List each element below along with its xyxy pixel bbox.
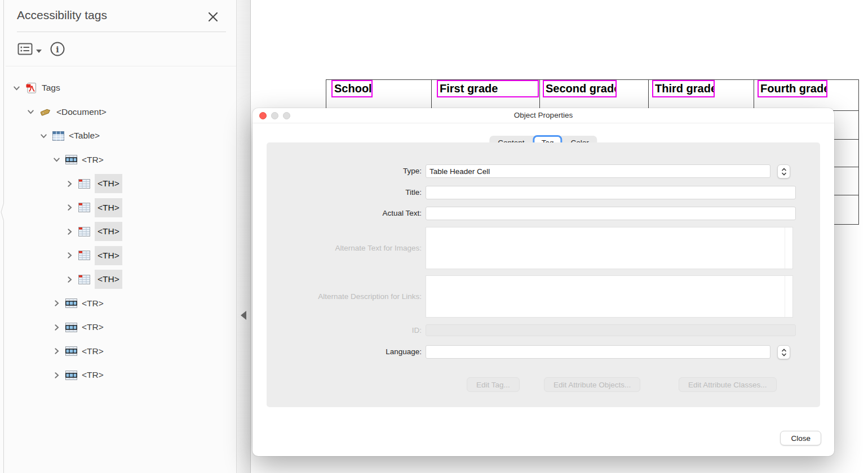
table-header-cell-fourth-grade[interactable]: Fourth grade [758,80,827,97]
tag-options-icon[interactable] [17,42,33,56]
chevron-down-icon[interactable] [39,132,48,140]
toolbar-divider [6,66,236,66]
chevron-right-icon[interactable] [52,347,61,355]
tree-item-table[interactable]: <Table> [0,124,236,148]
tree-item-document[interactable]: <Document> [0,100,236,124]
tree-item-label: <TH> [95,246,122,265]
chevron-down-icon [36,50,42,53]
table-row-icon [65,346,77,356]
tree-item-th[interactable]: <TH> [0,220,236,244]
dialog-titlebar[interactable]: Object Properties [253,108,834,123]
pdf-icon [25,82,37,94]
table-header-cell-first-grade[interactable]: First grade [437,80,539,97]
tree-item-label: <Document> [56,107,107,117]
table-header-cell-school[interactable]: School [331,80,373,97]
collapse-panel-icon[interactable] [241,311,246,320]
language-field[interactable] [426,345,770,359]
tree-item-label: <TH> [95,270,122,289]
edit-attribute-objects-button: Edit Attribute Objects... [544,377,640,392]
alternate-description-links-label: Alternate Description for Links: [267,275,422,318]
chevron-right-icon[interactable] [65,227,74,236]
table-row-icon [65,323,77,332]
alternate-description-links-textarea [426,276,787,319]
tree-item-label: <TR> [82,346,104,356]
table-header-icon [78,179,90,189]
tree-item-tr[interactable]: <TR> [0,148,236,172]
info-icon[interactable]: i [50,41,65,57]
svg-text:i: i [56,45,59,54]
tree-item-label: <TH> [95,222,122,241]
tree-item-label: <TR> [82,322,104,332]
tags-tree: Tags <Document> <Table> [0,76,236,387]
id-label: ID: [267,324,422,336]
tree-item-tags[interactable]: Tags [0,76,236,100]
table-row-icon [65,155,77,164]
tree-item-th[interactable]: <TH> [0,196,236,220]
language-label: Language: [267,345,422,359]
actual-text-field[interactable] [426,207,796,220]
table-header-cell-third-grade[interactable]: Third grade [652,80,715,97]
type-stepper[interactable] [777,164,790,179]
panel-title: Accessibility tags [17,8,107,22]
table-header-icon [78,227,90,236]
tag-properties-group: Type: Title: Actual Text: Alternate Text… [267,142,820,407]
tree-item-label: <TR> [82,370,104,380]
tag-icon [39,106,52,118]
tree-item-tr[interactable]: <TR> [0,363,236,387]
table-header-icon [78,203,90,212]
language-stepper[interactable] [777,345,790,359]
dialog-title: Object Properties [253,111,834,119]
chevron-down-icon[interactable] [12,84,21,92]
chevron-right-icon[interactable] [65,203,74,212]
chevron-right-icon[interactable] [65,275,74,284]
id-field [426,324,796,336]
tree-item-label: <TH> [95,198,122,217]
alternate-text-images-field [426,227,793,269]
table-icon [52,131,64,141]
edit-attribute-classes-button: Edit Attribute Classes... [679,377,777,392]
panel-resize-divider[interactable] [236,0,251,473]
scrollbar-track [785,276,785,317]
tree-item-label: <Table> [69,131,100,141]
tree-item-th[interactable]: <TH> [0,267,236,292]
object-properties-dialog: Object Properties Content Tag Color Type… [253,108,834,456]
accessibility-tags-panel: Accessibility tags i Tags [0,0,236,473]
tree-item-th[interactable]: <TH> [0,244,236,268]
alternate-text-images-textarea [426,227,787,271]
table-row-icon [65,371,77,380]
tree-item-label: <TR> [82,155,104,165]
tree-item-tr[interactable]: <TR> [0,292,236,316]
chevron-down-icon[interactable] [26,108,35,116]
chevron-right-icon[interactable] [52,299,61,307]
edit-tag-button: Edit Tag... [467,377,520,392]
tree-item-th[interactable]: <TH> [0,172,236,196]
chevron-down-icon[interactable] [52,155,61,164]
chevron-right-icon[interactable] [65,251,74,260]
scrollbar-track [785,227,785,269]
chevron-right-icon[interactable] [52,371,61,380]
panel-title-divider [17,32,226,32]
tree-item-tr[interactable]: <TR> [0,315,236,340]
chevron-right-icon[interactable] [65,180,74,188]
type-label: Type: [267,164,422,178]
tree-item-tr[interactable]: <TR> [0,340,236,364]
table-header-cell-second-grade[interactable]: Second grade [543,80,617,97]
table-header-icon [78,275,90,284]
tree-item-label: <TH> [95,174,122,193]
chevron-right-icon[interactable] [52,323,61,332]
close-icon[interactable] [205,9,221,25]
title-label: Title: [267,186,422,199]
actual-text-label: Actual Text: [267,207,422,220]
alternate-description-links-field [426,275,793,318]
tree-item-label: <TR> [82,298,104,309]
table-header-icon [78,251,90,260]
table-row-icon [65,298,77,308]
type-field[interactable] [426,164,770,178]
title-field[interactable] [426,186,796,199]
alternate-text-images-label: Alternate Text for Images: [267,227,422,269]
close-button[interactable]: Close [780,431,821,445]
tree-item-label: Tags [42,83,60,93]
